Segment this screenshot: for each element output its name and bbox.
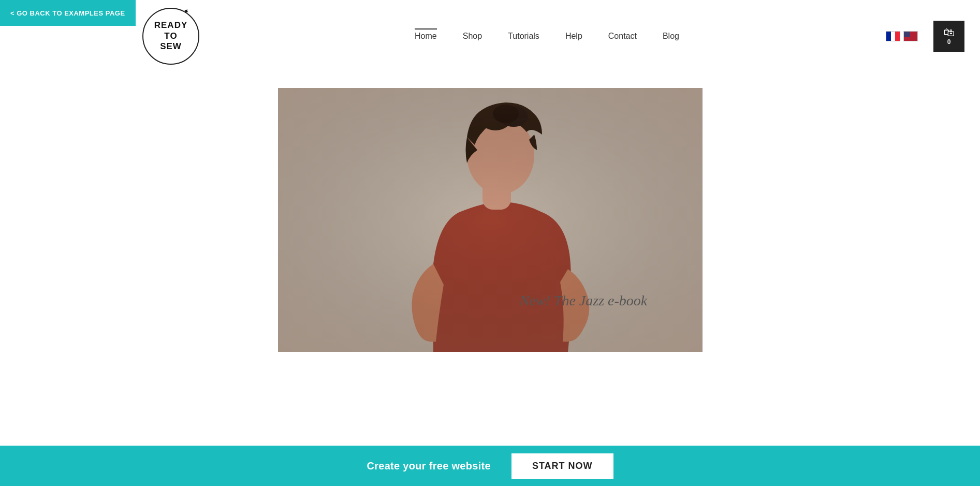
cart-count: 0 [947,38,951,46]
logo[interactable]: ✦ READY TO SEW [140,5,202,67]
go-back-label: < GO BACK TO EXAMPLES PAGE [10,9,125,17]
nav-item-shop[interactable]: Shop [463,32,482,41]
nav-link-blog[interactable]: Blog [663,32,679,40]
flag-english[interactable] [903,31,918,41]
hero-svg: New! The Jazz e-book [278,88,703,352]
nav-link-home[interactable]: Home [415,28,437,40]
bottom-banner: Create your free website START NOW [0,446,980,486]
nav-item-blog[interactable]: Blog [663,32,679,41]
nav-item-tutorials[interactable]: Tutorials [508,32,539,41]
main-nav: Home Shop Tutorials Help Contact Blog [217,0,876,72]
flag-french[interactable] [886,31,900,41]
needle-icon: ✦ [182,7,191,16]
hero-section: New! The Jazz e-book [0,72,980,352]
svg-text:New! The Jazz e-book: New! The Jazz e-book [519,292,647,308]
nav-link-tutorials[interactable]: Tutorials [508,32,539,40]
cart-button[interactable]: 🛍 0 [933,21,964,52]
logo-text: READY TO SEW [154,20,188,52]
nav-links: Home Shop Tutorials Help Contact Blog [415,32,679,41]
start-now-button[interactable]: START NOW [511,453,613,479]
nav-item-help[interactable]: Help [565,32,582,41]
header: < GO BACK TO EXAMPLES PAGE ✦ READY TO SE… [0,0,980,72]
nav-item-home[interactable]: Home [415,32,437,41]
nav-link-help[interactable]: Help [565,32,582,40]
banner-text: Create your free website [367,460,491,472]
svg-rect-7 [278,88,703,352]
nav-item-contact[interactable]: Contact [608,32,637,41]
nav-link-shop[interactable]: Shop [463,32,482,40]
nav-link-contact[interactable]: Contact [608,32,637,40]
language-flags [886,31,918,41]
hero-image-wrapper: New! The Jazz e-book [278,88,703,352]
cart-icon: 🛍 [943,27,955,38]
go-back-button[interactable]: < GO BACK TO EXAMPLES PAGE [0,0,136,26]
logo-circle: ✦ READY TO SEW [142,8,199,65]
